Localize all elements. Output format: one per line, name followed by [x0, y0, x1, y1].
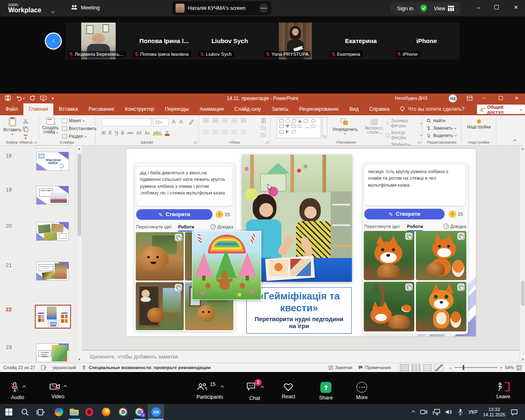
image-variations-icon[interactable]	[457, 233, 465, 240]
slide-title-box[interactable]: «Гейміфікація та квести» Перетворити нуд…	[246, 287, 352, 334]
justify-icon[interactable]	[231, 130, 237, 135]
numbering-icon[interactable]	[212, 119, 218, 123]
account-avatar[interactable]: НД	[449, 94, 457, 103]
smartart-convert-icon[interactable]	[260, 133, 266, 138]
tab-transitions[interactable]: Переходы	[160, 103, 194, 115]
drawing-dialog-launcher-icon[interactable]	[418, 141, 421, 144]
task-view-button[interactable]	[35, 407, 45, 417]
notification-center-icon[interactable]	[511, 409, 518, 415]
video-tile[interactable]: Екатерина Екатерина	[328, 23, 394, 59]
cut-icon[interactable]	[23, 119, 28, 124]
generated-image-bread-path[interactable]	[136, 232, 184, 281]
arrange-button[interactable]: Упорядочить	[332, 119, 358, 134]
left-create-button[interactable]: ✎ Створити	[136, 209, 212, 220]
more-button[interactable]: More	[356, 382, 368, 400]
tray-network-icon[interactable]	[433, 409, 440, 415]
comments-toggle[interactable]: Примечания	[358, 365, 391, 370]
scrollbar-down-icon[interactable]: ▼	[520, 358, 525, 361]
tab-shared-screen[interactable]: Наталія КУЧМА's screen	[172, 1, 272, 15]
grow-font-button[interactable]: А	[172, 119, 176, 125]
character-spacing-button[interactable]: AV	[136, 131, 142, 135]
highlight-button[interactable]: abc	[153, 130, 162, 136]
shrink-font-button[interactable]: А	[179, 119, 183, 125]
share-screen-button[interactable]: Share	[319, 382, 333, 401]
audio-button[interactable]: Audio	[10, 382, 25, 400]
new-slide-button[interactable]: ✶ Создатьслайд	[42, 118, 59, 134]
tell-me-box[interactable]: Что вы хотите сделать?	[395, 103, 470, 115]
chrome-profile-icon[interactable]: K	[135, 407, 145, 417]
generated-image-fox-curled[interactable]	[364, 282, 414, 331]
slide-thumbnail-21[interactable]: «Гейміфікація та квести»	[36, 262, 69, 281]
copy-icon[interactable]	[23, 126, 28, 132]
shapes-gallery-more-button[interactable]	[322, 118, 327, 138]
font-size-input[interactable]: 32+	[153, 118, 169, 126]
notes-toggle[interactable]: Заметки	[329, 365, 352, 370]
video-tile[interactable]: Людмила Березовсь...	[66, 23, 131, 59]
tray-volume-icon[interactable]	[445, 409, 452, 415]
tab-file[interactable]: Файл	[0, 103, 23, 115]
video-options-chevron-icon[interactable]	[64, 385, 67, 388]
language-switcher[interactable]: УКР	[468, 409, 478, 415]
generated-image-fox-standing[interactable]	[416, 282, 466, 331]
image-variations-icon[interactable]	[457, 283, 465, 291]
video-tile[interactable]: iPhone iPhone	[394, 23, 459, 59]
line-spacing-icon[interactable]	[241, 119, 247, 123]
collapse-ribbon-icon[interactable]	[513, 139, 516, 143]
generated-image-fox-bread-2[interactable]	[416, 231, 466, 280]
ppt-close-button[interactable]: ×	[515, 94, 518, 101]
participants-chevron-icon[interactable]	[221, 385, 224, 388]
shape-outline-button[interactable]: Контур фигуры	[386, 130, 422, 140]
opera-icon[interactable]	[84, 407, 94, 417]
generated-image-elders-loaf[interactable]	[136, 282, 184, 330]
tab-design[interactable]: Конструктор	[120, 103, 160, 115]
tab-view-ideas[interactable]: Переглянути ідеї	[364, 224, 399, 229]
slide-sorter-view-button[interactable]	[411, 364, 420, 371]
tab-works[interactable]: Роботи	[407, 224, 423, 229]
scrollbar-up-icon[interactable]: ▲	[77, 146, 82, 151]
addins-button[interactable]: Надстройки	[467, 119, 491, 129]
zoom-slider[interactable]	[454, 367, 498, 368]
start-button[interactable]	[4, 407, 14, 417]
subscript-button[interactable]: abc	[127, 131, 134, 135]
tab-home[interactable]: Главная	[23, 103, 54, 115]
align-right-icon[interactable]	[222, 130, 228, 135]
text-direction-icon[interactable]	[261, 118, 266, 124]
font-color-button[interactable]: А	[165, 130, 169, 136]
workspace-chevron-icon[interactable]	[52, 7, 54, 14]
taskbar-clock[interactable]: 13:33 14.11.2025	[483, 407, 505, 418]
section-button[interactable]: Раздел	[62, 134, 87, 139]
window-close-button[interactable]: ×	[510, 3, 522, 11]
reset-button[interactable]: Восстановить	[62, 126, 96, 131]
share-document-button[interactable]: Общий доступ	[477, 105, 525, 114]
tab-slideshow[interactable]: Слайд-шоу	[229, 103, 266, 115]
tab-animations[interactable]: Анимация	[194, 103, 229, 115]
tab-meeting[interactable]: Meeting	[71, 4, 100, 11]
bold-button[interactable]: Ж	[101, 130, 106, 136]
file-explorer-icon[interactable]	[69, 407, 79, 417]
copilot-icon[interactable]	[54, 407, 64, 417]
increase-indent-icon[interactable]	[231, 119, 237, 123]
shapes-gallery[interactable]	[277, 118, 321, 138]
bullets-icon[interactable]	[203, 119, 209, 123]
find-button[interactable]: Найти	[427, 118, 457, 123]
fit-slide-icon[interactable]	[516, 365, 522, 370]
react-button[interactable]: React	[282, 382, 295, 399]
ribbon-display-options-icon[interactable]	[467, 96, 472, 101]
video-tile[interactable]: Liubov Sych Liubov Sych	[197, 23, 262, 59]
slide-thumbnail-19[interactable]: «Кейс-стадія»	[36, 186, 69, 205]
slide-thumbnail-22-selected[interactable]	[35, 305, 71, 329]
select-button[interactable]: Выделить	[427, 133, 457, 138]
participants-button[interactable]: 15 Participants	[196, 382, 224, 400]
slide-thumbnail-23[interactable]: Головний ресурс - людина	[36, 343, 69, 362]
chat-chevron-icon[interactable]	[260, 386, 264, 389]
chrome-icon[interactable]	[118, 407, 128, 417]
scrollbar-thumb[interactable]	[78, 154, 81, 236]
slide-canvas[interactable]: дід і баба дивляться у вікно,на підвікон…	[126, 149, 476, 336]
sign-in-button[interactable]: Sign in	[397, 5, 413, 11]
tab-record[interactable]: Запись	[266, 103, 294, 115]
tray-mic-icon[interactable]	[458, 409, 463, 415]
accessibility-checker[interactable]: Специальные возможности: проверьте реком…	[82, 365, 210, 370]
tab-help[interactable]: ?Довідка	[443, 224, 466, 229]
paste-button[interactable]: Вставить	[3, 118, 22, 135]
zoom-app-icon[interactable]: zm	[151, 407, 161, 417]
